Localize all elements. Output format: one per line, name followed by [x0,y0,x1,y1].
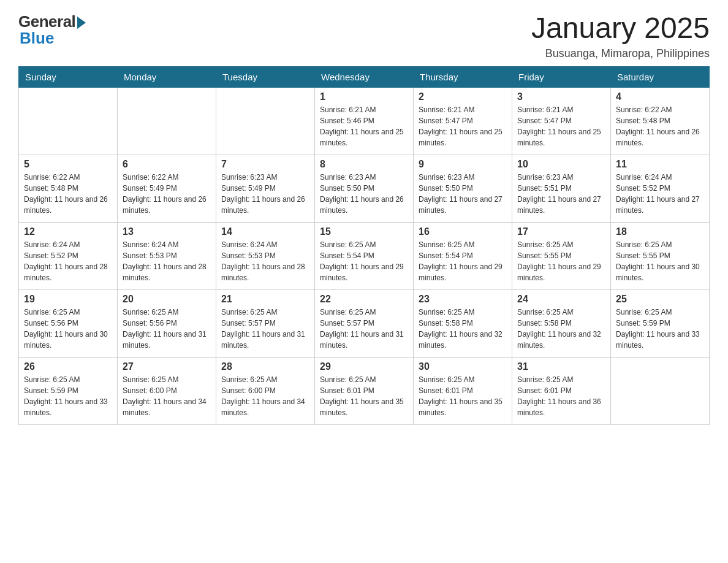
cell-week4-day4: 23Sunrise: 6:25 AMSunset: 5:58 PMDayligh… [414,289,512,357]
day-number: 22 [320,294,408,305]
cell-week4-day6: 25Sunrise: 6:25 AMSunset: 5:59 PMDayligh… [611,289,710,357]
day-info: Sunrise: 6:25 AMSunset: 5:57 PMDaylight:… [221,307,309,351]
day-number: 18 [616,226,704,237]
day-number: 20 [123,294,211,305]
day-info: Sunrise: 6:25 AMSunset: 5:55 PMDaylight:… [517,239,605,283]
day-number: 10 [517,159,605,170]
day-number: 13 [123,226,211,237]
cell-week4-day5: 24Sunrise: 6:25 AMSunset: 5:58 PMDayligh… [512,289,611,357]
day-number: 30 [419,361,507,372]
day-info: Sunrise: 6:25 AMSunset: 5:54 PMDaylight:… [320,239,408,283]
day-info: Sunrise: 6:25 AMSunset: 6:01 PMDaylight:… [419,374,507,418]
day-info: Sunrise: 6:25 AMSunset: 5:56 PMDaylight:… [24,307,112,351]
day-info: Sunrise: 6:25 AMSunset: 5:58 PMDaylight:… [419,307,507,351]
day-number: 6 [123,159,211,170]
day-info: Sunrise: 6:25 AMSunset: 5:58 PMDaylight:… [517,307,605,351]
cell-week3-day3: 15Sunrise: 6:25 AMSunset: 5:54 PMDayligh… [315,222,414,289]
day-info: Sunrise: 6:22 AMSunset: 5:49 PMDaylight:… [123,172,211,216]
day-number: 15 [320,226,408,237]
cell-week5-day1: 27Sunrise: 6:25 AMSunset: 6:00 PMDayligh… [118,357,216,424]
day-number: 23 [419,294,507,305]
cell-week5-day4: 30Sunrise: 6:25 AMSunset: 6:01 PMDayligh… [414,357,512,424]
day-number: 25 [616,294,704,305]
cell-week3-day2: 14Sunrise: 6:24 AMSunset: 5:53 PMDayligh… [216,222,315,289]
cell-week3-day1: 13Sunrise: 6:24 AMSunset: 5:53 PMDayligh… [118,222,216,289]
day-info: Sunrise: 6:25 AMSunset: 5:54 PMDaylight:… [419,239,507,283]
day-info: Sunrise: 6:25 AMSunset: 5:57 PMDaylight:… [320,307,408,351]
cell-week3-day6: 18Sunrise: 6:25 AMSunset: 5:55 PMDayligh… [611,222,710,289]
day-info: Sunrise: 6:22 AMSunset: 5:48 PMDaylight:… [616,104,704,148]
week-row-5: 26Sunrise: 6:25 AMSunset: 5:59 PMDayligh… [19,357,710,424]
location-text: Busuanga, Mimaropa, Philippines [531,47,710,60]
day-info: Sunrise: 6:21 AMSunset: 5:46 PMDaylight:… [320,104,408,148]
cell-week4-day2: 21Sunrise: 6:25 AMSunset: 5:57 PMDayligh… [216,289,315,357]
day-number: 12 [24,226,112,237]
cell-week1-day2 [216,87,315,155]
day-number: 28 [221,361,309,372]
header-thursday: Thursday [414,66,512,87]
cell-week1-day3: 1Sunrise: 6:21 AMSunset: 5:46 PMDaylight… [315,87,414,155]
logo-arrow-icon [77,17,86,29]
week-row-3: 12Sunrise: 6:24 AMSunset: 5:52 PMDayligh… [19,222,710,289]
day-info: Sunrise: 6:25 AMSunset: 6:00 PMDaylight:… [123,374,211,418]
day-info: Sunrise: 6:23 AMSunset: 5:50 PMDaylight:… [320,172,408,216]
cell-week5-day3: 29Sunrise: 6:25 AMSunset: 6:01 PMDayligh… [315,357,414,424]
day-info: Sunrise: 6:25 AMSunset: 5:59 PMDaylight:… [616,307,704,351]
day-number: 11 [616,159,704,170]
day-number: 27 [123,361,211,372]
day-number: 26 [24,361,112,372]
day-number: 3 [517,91,605,102]
day-info: Sunrise: 6:21 AMSunset: 5:47 PMDaylight:… [517,104,605,148]
cell-week1-day1 [118,87,216,155]
day-number: 7 [221,159,309,170]
cell-week2-day6: 11Sunrise: 6:24 AMSunset: 5:52 PMDayligh… [611,155,710,222]
day-info: Sunrise: 6:23 AMSunset: 5:49 PMDaylight:… [221,172,309,216]
day-info: Sunrise: 6:23 AMSunset: 5:50 PMDaylight:… [419,172,507,216]
page-header: General Blue January 2025 Busuanga, Mima… [18,12,710,60]
title-block: January 2025 Busuanga, Mimaropa, Philipp… [531,12,710,60]
cell-week4-day1: 20Sunrise: 6:25 AMSunset: 5:56 PMDayligh… [118,289,216,357]
day-number: 21 [221,294,309,305]
day-number: 16 [419,226,507,237]
cell-week3-day5: 17Sunrise: 6:25 AMSunset: 5:55 PMDayligh… [512,222,611,289]
day-info: Sunrise: 6:23 AMSunset: 5:51 PMDaylight:… [517,172,605,216]
cell-week4-day0: 19Sunrise: 6:25 AMSunset: 5:56 PMDayligh… [19,289,118,357]
day-info: Sunrise: 6:24 AMSunset: 5:52 PMDaylight:… [616,172,704,216]
day-number: 1 [320,91,408,102]
cell-week5-day5: 31Sunrise: 6:25 AMSunset: 6:01 PMDayligh… [512,357,611,424]
cell-week1-day0 [19,87,118,155]
header-sunday: Sunday [19,66,118,87]
header-monday: Monday [118,66,216,87]
day-info: Sunrise: 6:24 AMSunset: 5:53 PMDaylight:… [221,239,309,283]
calendar-table: SundayMondayTuesdayWednesdayThursdayFrid… [18,66,710,425]
day-info: Sunrise: 6:25 AMSunset: 5:55 PMDaylight:… [616,239,704,283]
day-info: Sunrise: 6:24 AMSunset: 5:52 PMDaylight:… [24,239,112,283]
day-number: 29 [320,361,408,372]
day-info: Sunrise: 6:24 AMSunset: 5:53 PMDaylight:… [123,239,211,283]
week-row-2: 5Sunrise: 6:22 AMSunset: 5:48 PMDaylight… [19,155,710,222]
day-info: Sunrise: 6:25 AMSunset: 6:01 PMDaylight:… [320,374,408,418]
day-number: 19 [24,294,112,305]
day-number: 9 [419,159,507,170]
cell-week2-day4: 9Sunrise: 6:23 AMSunset: 5:50 PMDaylight… [414,155,512,222]
day-info: Sunrise: 6:22 AMSunset: 5:48 PMDaylight:… [24,172,112,216]
header-tuesday: Tuesday [216,66,315,87]
cell-week5-day0: 26Sunrise: 6:25 AMSunset: 5:59 PMDayligh… [19,357,118,424]
day-number: 8 [320,159,408,170]
header-saturday: Saturday [611,66,710,87]
cell-week2-day0: 5Sunrise: 6:22 AMSunset: 5:48 PMDaylight… [19,155,118,222]
day-number: 5 [24,159,112,170]
day-number: 31 [517,361,605,372]
cell-week2-day3: 8Sunrise: 6:23 AMSunset: 5:50 PMDaylight… [315,155,414,222]
day-number: 24 [517,294,605,305]
cell-week1-day5: 3Sunrise: 6:21 AMSunset: 5:47 PMDaylight… [512,87,611,155]
cell-week2-day1: 6Sunrise: 6:22 AMSunset: 5:49 PMDaylight… [118,155,216,222]
day-info: Sunrise: 6:25 AMSunset: 5:59 PMDaylight:… [24,374,112,418]
header-row: SundayMondayTuesdayWednesdayThursdayFrid… [19,66,710,87]
cell-week1-day6: 4Sunrise: 6:22 AMSunset: 5:48 PMDaylight… [611,87,710,155]
cell-week1-day4: 2Sunrise: 6:21 AMSunset: 5:47 PMDaylight… [414,87,512,155]
cell-week5-day2: 28Sunrise: 6:25 AMSunset: 6:00 PMDayligh… [216,357,315,424]
cell-week3-day0: 12Sunrise: 6:24 AMSunset: 5:52 PMDayligh… [19,222,118,289]
logo-blue-text: Blue [20,29,54,48]
cell-week5-day6 [611,357,710,424]
